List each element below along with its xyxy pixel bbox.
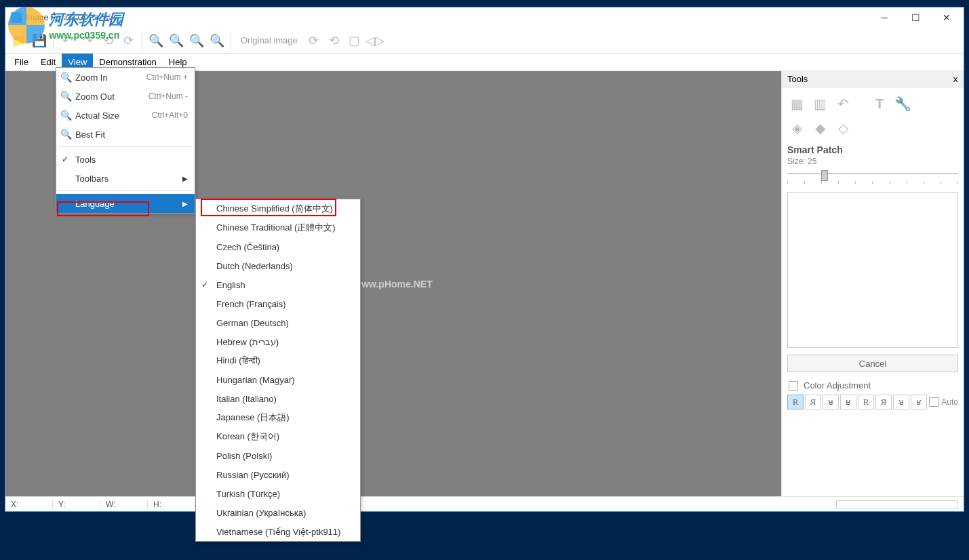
rot-r-3[interactable]: ᴚ	[823, 395, 839, 409]
lang-uk[interactable]: Ukrainian (Українська)	[196, 503, 360, 522]
wrench-tool-icon[interactable]: 🔧	[893, 94, 912, 113]
lang-nl[interactable]: Dutch (Nederlands)	[196, 256, 360, 275]
slider-thumb[interactable]	[821, 170, 828, 181]
flip-v-icon[interactable]: ▢	[345, 31, 364, 50]
view-zoom-in[interactable]: 🔍 Zoom InCtrl+Num +	[56, 68, 195, 87]
language-submenu: Chinese Simplified (简体中文) Chinese Tradit…	[195, 199, 361, 542]
toolbar: 📁 💾 ↶ ↷ ⟲ ⟳ 🔍 🔍 🔍 🔍 Original image ⟳ ⟲ ▢…	[5, 28, 964, 54]
color-adjustment-checkbox[interactable]	[789, 381, 798, 391]
lang-cs[interactable]: Czech (Čeština)	[196, 237, 360, 256]
view-zoom-out[interactable]: 🔍 Zoom OutCtrl+Num -	[56, 87, 195, 106]
rot-r-mirror[interactable]: Я	[805, 395, 821, 409]
close-button[interactable]: ✕	[931, 7, 962, 28]
toolbar-separator	[142, 32, 142, 49]
auto-row[interactable]: Auto	[929, 397, 958, 407]
view-actual-size[interactable]: 🔍 Actual SizeCtrl+Alt+0	[56, 106, 195, 125]
text-tool-icon[interactable]: T	[870, 94, 889, 113]
auto-checkbox[interactable]	[929, 397, 938, 407]
best-fit-icon[interactable]: 🔍	[207, 31, 226, 50]
view-toolbars[interactable]: Toolbars▶	[56, 169, 195, 188]
rotate-left-icon[interactable]: ⟲	[325, 31, 344, 50]
lang-ko[interactable]: Korean (한국어)	[196, 427, 360, 446]
status-w: W:	[100, 500, 148, 509]
size-label: Size: 25	[782, 157, 964, 169]
view-dropdown: 🔍 Zoom InCtrl+Num + 🔍 Zoom OutCtrl+Num -…	[56, 67, 195, 214]
rot-r-4[interactable]: ʁ	[840, 395, 856, 409]
crop-tool-icon[interactable]: ▥	[810, 94, 829, 113]
lang-ja[interactable]: Japanese (日本語)	[196, 408, 360, 427]
best-fit-icon: 🔍	[60, 129, 71, 140]
tools-panel-header: Tools x	[782, 71, 964, 87]
lang-zh-tw[interactable]: Chinese Traditional (正體中文)	[196, 218, 360, 237]
color-adjustment-row[interactable]: Color Adjustment	[782, 376, 964, 395]
size-slider[interactable]	[782, 169, 964, 189]
check-icon: ✓	[62, 155, 68, 164]
lang-pl[interactable]: Polish (Polski)	[196, 446, 360, 465]
status-y: Y:	[53, 500, 100, 509]
check-icon: ✓	[201, 280, 208, 289]
lang-fr[interactable]: French (Français)	[196, 294, 360, 313]
redo-icon[interactable]: ↷	[78, 31, 97, 50]
lang-vi[interactable]: Vietnamese (Tiếng Việt-ptk911)	[196, 522, 360, 541]
toolbar-separator	[53, 32, 54, 49]
undo-tool-icon[interactable]: ↶	[833, 94, 852, 113]
submenu-arrow-icon: ▶	[182, 175, 188, 182]
view-tools[interactable]: ✓ Tools	[56, 150, 195, 169]
lang-he[interactable]: Hebrew (עברית)	[196, 332, 360, 351]
smart-patch-title: Smart Patch	[782, 140, 964, 157]
menu-separator	[58, 146, 193, 147]
rot-r-6[interactable]: Я	[875, 395, 892, 409]
rot-r-5[interactable]: R	[858, 395, 874, 409]
patch-c-icon[interactable]: ◇	[833, 119, 852, 138]
tools-panel: Tools x ▦ ▥ ↶ T 🔧 ◈ ◆ ◇ Smart Patch	[781, 71, 964, 496]
tools-panel-close-icon[interactable]: x	[953, 74, 958, 84]
color-adjustment-label: Color Adjustment	[804, 380, 871, 391]
resize-tool-icon[interactable]: ▦	[787, 94, 806, 113]
canvas-watermark: www.pHome.NET	[354, 279, 432, 289]
zoom-in-icon[interactable]: 🔍	[146, 31, 165, 50]
rotation-row: R Я ᴚ ʁ R Я ᴚ ʁ Auto	[782, 395, 964, 409]
auto-label: Auto	[941, 397, 958, 407]
tool-icon-grid: ▦ ▥ ↶ T 🔧 ◈ ◆ ◇	[782, 87, 964, 140]
patch-a-icon[interactable]: ◈	[787, 119, 806, 138]
original-image-label: Original image	[235, 35, 303, 45]
save-icon[interactable]: 💾	[30, 31, 49, 50]
lang-it[interactable]: Italian (Italiano)	[196, 389, 360, 408]
view-language[interactable]: Language▶	[56, 194, 195, 213]
redo-all-icon[interactable]: ⟳	[119, 31, 138, 50]
lang-hi[interactable]: Hindi (हिन्दी)	[196, 351, 360, 370]
titlebar: Image Resize Guide Trial ─ ☐ ✕	[5, 7, 964, 28]
maximize-button[interactable]: ☐	[900, 7, 931, 28]
rot-r-7[interactable]: ᴚ	[893, 395, 909, 409]
rotate-right-icon[interactable]: ⟳	[304, 31, 323, 50]
minimize-button[interactable]: ─	[869, 7, 900, 28]
lang-en[interactable]: ✓ English	[196, 275, 360, 294]
window-title: Image Resize Guide Trial	[26, 13, 869, 22]
zoom-out-icon[interactable]: 🔍	[167, 31, 186, 50]
tools-panel-title: Tools	[787, 74, 808, 84]
cancel-button[interactable]: Cancel	[787, 355, 958, 372]
lang-de[interactable]: German (Deutsch)	[196, 313, 360, 332]
lang-hu[interactable]: Hungarian (Magyar)	[196, 370, 360, 389]
rot-r-normal[interactable]: R	[787, 395, 804, 409]
open-icon[interactable]: 📁	[9, 31, 28, 50]
lang-ru[interactable]: Russian (Русский)	[196, 465, 360, 484]
menu-separator	[58, 191, 193, 191]
actual-size-icon[interactable]: 🔍	[187, 31, 206, 50]
rot-r-8[interactable]: ʁ	[911, 395, 927, 409]
zoom-in-icon: 🔍	[60, 72, 71, 83]
window-controls: ─ ☐ ✕	[869, 7, 962, 28]
preview-box	[787, 192, 958, 348]
menu-file[interactable]: File	[8, 54, 35, 71]
view-best-fit[interactable]: 🔍 Best Fit	[56, 125, 195, 144]
flip-h-icon[interactable]: ◁▷	[365, 31, 384, 50]
undo-icon[interactable]: ↶	[58, 31, 77, 50]
app-icon	[11, 12, 22, 23]
patch-b-icon[interactable]: ◆	[810, 119, 829, 138]
undo-all-icon[interactable]: ⟲	[98, 31, 117, 50]
zoom-out-icon: 🔍	[60, 91, 71, 102]
lang-zh-cn[interactable]: Chinese Simplified (简体中文)	[196, 199, 360, 218]
statusbar: X: Y: W: H:	[5, 496, 964, 511]
toolbar-separator	[231, 32, 231, 49]
lang-tr[interactable]: Turkish (Türkçe)	[196, 484, 360, 503]
